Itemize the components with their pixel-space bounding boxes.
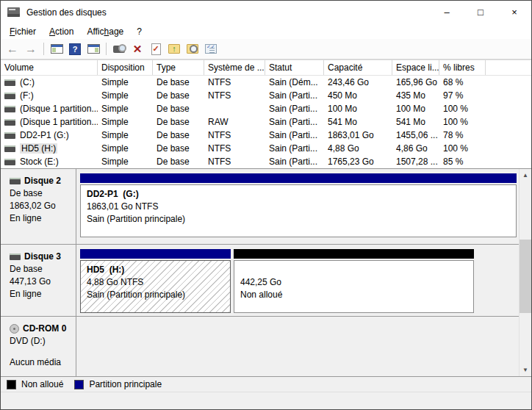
table-row-selected[interactable]: HD5 (H:) Simple De base NTFS Sain (Parti…: [1, 142, 531, 155]
primary-partition-swatch: [74, 380, 84, 389]
column-capacite[interactable]: Capacité: [324, 60, 392, 75]
action-pane-icon[interactable]: [87, 43, 100, 56]
volume-icon: [4, 106, 15, 112]
column-disposition[interactable]: Disposition: [98, 60, 153, 75]
column-type[interactable]: Type: [153, 60, 204, 75]
volume-icon: [4, 93, 15, 99]
menu-fichier[interactable]: Fichier: [3, 25, 43, 38]
task-check-icon[interactable]: ✓: [149, 43, 162, 56]
column-statut[interactable]: Statut: [265, 60, 324, 75]
view-detail-icon[interactable]: [112, 43, 126, 56]
app-icon: [7, 7, 20, 17]
table-row[interactable]: (C:) Simple De base NTFS Sain (Dém... 24…: [1, 76, 531, 89]
table-row[interactable]: Stock (E:) Simple De base NTFS Sain (Par…: [1, 155, 531, 168]
disk-status: Aucun média: [10, 356, 76, 369]
partition-dd2p1[interactable]: DD2-P1 (G:) 1863,01 Go NTFS Sain (Partit…: [80, 173, 517, 237]
volume-icon: [4, 159, 15, 165]
disk-size: 447,13 Go: [10, 276, 76, 288]
disk-status: En ligne: [10, 212, 76, 225]
toolbar-separator: [106, 43, 107, 55]
minimize-button[interactable]: –: [430, 1, 464, 24]
volume-icon: [4, 79, 15, 86]
disk-graphical-view: Disque 2 De base 1863,02 Go En ligne DD2…: [1, 168, 531, 376]
legend-unallocated: Non alloué: [7, 379, 63, 389]
disk-status: En ligne: [10, 288, 76, 301]
delete-icon[interactable]: ✕: [131, 43, 144, 56]
disk-management-window: Gestion des disques – □ × Fichier Action…: [0, 0, 532, 410]
disk-row-disque3: Disque 3 De base 447,13 Go En ligne HD5 …: [1, 245, 519, 317]
close-button[interactable]: ×: [497, 1, 531, 24]
volume-icon: [4, 145, 15, 152]
table-row[interactable]: DD2-P1 (G:) Simple De base NTFS Sain (Pa…: [1, 129, 531, 142]
column-espace[interactable]: Espace li...: [392, 60, 439, 75]
menu-help[interactable]: ?: [130, 25, 148, 38]
menu-action[interactable]: Action: [43, 25, 80, 38]
partition-hd5-selected[interactable]: HD5 (H:) 4,88 Go NTFS Sain (Partition pr…: [80, 249, 231, 313]
table-row[interactable]: (Disque 1 partition... Simple De base Sa…: [1, 102, 531, 115]
disk-row-disque2: Disque 2 De base 1863,02 Go En ligne DD2…: [1, 169, 519, 245]
column-libres[interactable]: % libres: [439, 60, 486, 75]
disk-header-disque3[interactable]: Disque 3 De base 447,13 Go En ligne: [1, 245, 76, 316]
menu-affichage[interactable]: Affichage: [80, 25, 130, 38]
back-icon[interactable]: ←: [6, 43, 19, 56]
column-volume[interactable]: Volume: [1, 60, 98, 75]
scroll-up-icon[interactable]: ▲: [520, 169, 531, 181]
disk-type: De base: [10, 187, 76, 200]
primary-partition-strip: [80, 173, 517, 183]
cd-icon: [10, 324, 19, 334]
disk-size: 1863,02 Go: [10, 200, 76, 212]
table-row[interactable]: (Disque 1 partition... Simple De base RA…: [1, 115, 531, 129]
console-tree-icon[interactable]: [50, 43, 63, 56]
volume-icon: [4, 132, 15, 139]
properties-icon[interactable]: [204, 43, 218, 56]
forward-icon[interactable]: →: [24, 43, 37, 56]
folder-up-icon[interactable]: ↑: [168, 43, 181, 56]
disk-type: De base: [10, 263, 76, 276]
primary-partition-strip: [80, 249, 231, 259]
disk-row-cdrom0: CD-ROM 0 DVD (D:) Aucun média: [1, 317, 519, 376]
disk-type: DVD (D:): [10, 335, 76, 348]
volume-table: Volume Disposition Type Système de ... S…: [1, 60, 531, 168]
menu-bar: Fichier Action Affichage ?: [1, 24, 531, 39]
column-filesystem[interactable]: Système de ...: [204, 60, 265, 75]
toolbar-separator: [43, 43, 44, 55]
disk-icon: [10, 253, 21, 260]
help-icon[interactable]: ?: [68, 43, 82, 56]
unallocated-swatch: [7, 380, 16, 389]
maximize-button[interactable]: □: [464, 1, 497, 24]
table-row[interactable]: (F:) Simple De base NTFS Sain (Parti... …: [1, 89, 531, 102]
window-controls: – □ ×: [430, 1, 531, 24]
table-header: Volume Disposition Type Système de ... S…: [1, 60, 531, 76]
legend-primary-partition: Partition principale: [74, 379, 162, 389]
disk-header-disque2[interactable]: Disque 2 De base 1863,02 Go En ligne: [1, 169, 76, 244]
window-title: Gestion des disques: [26, 7, 107, 18]
column-filler: [486, 60, 531, 75]
unallocated-strip: [234, 249, 474, 259]
partition-unallocated[interactable]: 442,25 Go Non alloué: [234, 249, 474, 313]
status-bar: [1, 392, 531, 409]
disk-header-cdrom0[interactable]: CD-ROM 0 DVD (D:) Aucun média: [1, 317, 76, 376]
legend-bar: Non alloué Partition principale: [1, 376, 531, 392]
title-bar: Gestion des disques – □ ×: [1, 1, 531, 24]
folder-search-icon[interactable]: [186, 43, 199, 56]
scrollbar-thumb[interactable]: [520, 240, 531, 313]
vertical-scrollbar[interactable]: ▲ ▼: [519, 169, 531, 376]
volume-icon: [4, 119, 15, 126]
scroll-down-icon[interactable]: ▼: [520, 364, 531, 376]
disk-icon: [10, 178, 21, 184]
toolbar: ← → ? ✕ ✓ ↑: [1, 39, 531, 60]
